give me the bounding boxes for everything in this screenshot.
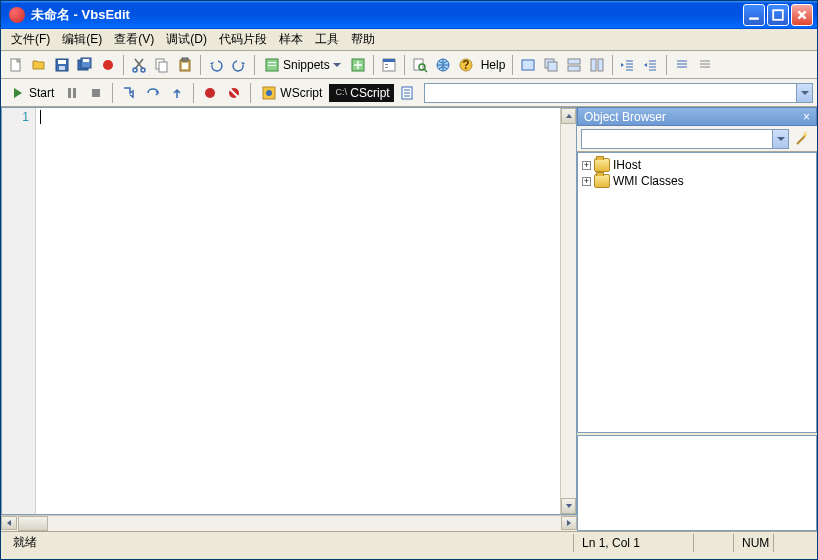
svg-rect-19 [268,65,276,66]
svg-rect-15 [182,58,188,61]
step-over-button[interactable] [142,82,164,104]
stop-button[interactable] [85,82,107,104]
object-browser-panel: Object Browser × + IHost + WMI Classes [577,107,817,531]
svg-rect-38 [73,88,76,98]
scroll-left-button[interactable] [1,516,17,530]
comment-button[interactable] [671,54,693,76]
svg-point-40 [205,88,215,98]
browse-button[interactable] [432,54,454,76]
outdent-button[interactable] [617,54,639,76]
main-area: 1 Object Browser × [1,107,817,531]
wscript-button[interactable]: WScript [256,83,327,103]
svg-rect-13 [159,62,167,72]
svg-rect-5 [59,66,65,70]
maximize-button[interactable] [767,4,789,26]
help-label[interactable]: Help [478,58,509,72]
snippet-manage-button[interactable] [347,54,369,76]
breakpoint-clear-button[interactable] [223,82,245,104]
window-cascade-button[interactable] [540,54,562,76]
object-detail-panel [577,435,817,531]
paste-button[interactable] [174,54,196,76]
menu-debug[interactable]: 调试(D) [160,29,213,50]
scroll-up-button[interactable] [561,108,576,124]
snippets-button[interactable]: Snippets [259,55,346,75]
window-tile-button[interactable] [517,54,539,76]
step-into-button[interactable] [118,82,140,104]
svg-point-10 [133,68,137,72]
menu-tools[interactable]: 工具 [309,29,345,50]
chevron-down-icon[interactable] [796,84,812,102]
panel-close-button[interactable]: × [803,110,810,124]
svg-rect-0 [749,17,759,19]
properties-button[interactable] [378,54,400,76]
line-gutter: 1 [2,108,36,514]
expand-icon[interactable]: + [582,177,591,186]
tree-node[interactable]: + WMI Classes [580,173,814,189]
save-all-button[interactable] [74,54,96,76]
scroll-down-button[interactable] [561,498,576,514]
menu-bar: 文件(F) 编辑(E) 查看(V) 调试(D) 代码片段 样本 工具 帮助 [1,29,817,51]
menu-help[interactable]: 帮助 [345,29,381,50]
menu-file[interactable]: 文件(F) [5,29,56,50]
expand-icon[interactable]: + [582,161,591,170]
svg-rect-36 [598,59,603,71]
svg-rect-8 [83,59,89,62]
menu-samples[interactable]: 样本 [273,29,309,50]
code-editor[interactable] [36,108,560,514]
svg-rect-30 [522,60,534,70]
app-icon [9,7,25,23]
window-vert-button[interactable] [586,54,608,76]
vertical-scrollbar[interactable] [560,108,576,514]
help-button[interactable]: ? [455,54,477,76]
record-button[interactable] [97,54,119,76]
start-label: Start [29,86,54,100]
svg-rect-1 [773,10,783,20]
save-button[interactable] [51,54,73,76]
line-number: 1 [2,110,29,124]
object-tree[interactable]: + IHost + WMI Classes [577,152,817,433]
close-button[interactable] [791,4,813,26]
uncomment-button[interactable] [694,54,716,76]
pause-button[interactable] [61,82,83,104]
copy-button[interactable] [151,54,173,76]
tree-node[interactable]: + IHost [580,157,814,173]
svg-point-43 [266,90,272,96]
menu-edit[interactable]: 编辑(E) [56,29,108,50]
cut-button[interactable] [128,54,150,76]
find-button[interactable] [409,54,431,76]
horizontal-scrollbar[interactable] [1,515,577,531]
scroll-thumb[interactable] [18,516,48,531]
scroll-right-button[interactable] [561,516,577,530]
toolbar-debug: Start WScript C:\ CScript [1,79,817,107]
window-title: 未命名 - VbsEdit [29,6,743,24]
new-file-button[interactable] [5,54,27,76]
folder-icon [594,174,610,188]
cscript-label: CScript [350,86,389,100]
status-position: Ln 1, Col 1 [573,534,693,552]
cscript-button[interactable]: C:\ CScript [329,84,393,102]
snippets-label: Snippets [283,58,330,72]
start-button[interactable]: Start [5,83,59,103]
status-num: NUM [733,534,773,552]
minimize-button[interactable] [743,4,765,26]
tree-label: WMI Classes [613,174,684,188]
svg-rect-24 [385,67,388,68]
step-out-button[interactable] [166,82,188,104]
panel-header[interactable]: Object Browser × [577,107,817,126]
window-horiz-button[interactable] [563,54,585,76]
magic-wand-button[interactable] [791,128,813,150]
script-combo[interactable] [424,83,813,103]
breakpoint-toggle-button[interactable] [199,82,221,104]
menu-snippets[interactable]: 代码片段 [213,29,273,50]
menu-view[interactable]: 查看(V) [108,29,160,50]
wscript-label: WScript [280,86,322,100]
indent-button[interactable] [640,54,662,76]
document-button[interactable] [396,82,418,104]
object-filter-combo[interactable] [581,129,789,149]
svg-point-9 [103,60,113,70]
open-file-button[interactable] [28,54,50,76]
svg-text:?: ? [462,58,469,72]
chevron-down-icon[interactable] [772,130,788,148]
undo-button[interactable] [205,54,227,76]
redo-button[interactable] [228,54,250,76]
